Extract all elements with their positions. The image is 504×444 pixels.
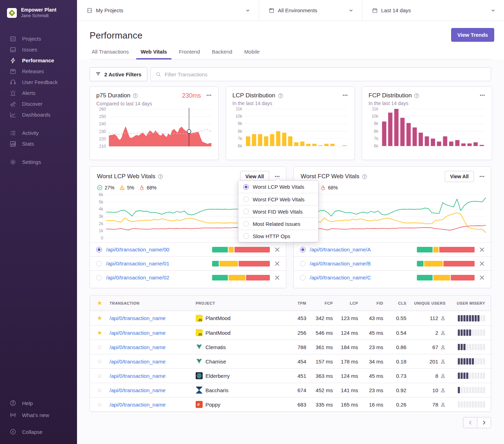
transaction-radio[interactable] — [300, 261, 306, 266]
column-header-user-misery[interactable]: USER MISERY — [446, 301, 485, 305]
dropdown-option-most-related-issues[interactable]: Most Related Issues — [238, 217, 318, 230]
sidebar-item-releases[interactable]: Releases — [0, 66, 77, 77]
next-page-button[interactable] — [477, 417, 491, 428]
help-icon[interactable] — [133, 93, 138, 98]
transaction-radio[interactable] — [300, 247, 306, 252]
sidebar-item-discover[interactable]: Discover — [0, 98, 77, 109]
option-radio[interactable] — [243, 233, 249, 239]
sidebar-item-help[interactable]: Help — [0, 397, 77, 409]
transaction-link[interactable]: /api/0/transaction_name — [110, 387, 196, 393]
sidebar-item-issues[interactable]: Issues — [0, 44, 77, 55]
dropdown-option-slow-http-ops[interactable]: Slow HTTP Ops — [238, 230, 318, 242]
option-radio[interactable] — [243, 221, 249, 227]
view-all-button[interactable]: View All — [445, 171, 474, 182]
sidebar-item-alerts[interactable]: Alerts — [0, 88, 77, 98]
help-icon[interactable] — [414, 93, 419, 98]
star-toggle[interactable]: ☆ — [94, 387, 102, 394]
fcp-distribution-chart: 11k10k9k8k7k6k — [369, 106, 486, 149]
transaction-radio[interactable] — [96, 261, 102, 266]
previous-page-button[interactable] — [463, 417, 477, 428]
column-header-fid[interactable]: FID — [358, 301, 383, 305]
tab-web-vitals[interactable]: Web Vitals — [136, 49, 172, 59]
column-header-cls[interactable]: CLS — [383, 301, 406, 305]
dropdown-option-worst-lcp-web-vitals[interactable]: Worst LCP Web Vitals — [238, 181, 318, 193]
project-cell[interactable]: Baccharis — [196, 387, 283, 394]
close-icon[interactable] — [274, 261, 280, 267]
option-radio[interactable] — [243, 196, 249, 202]
project-cell[interactable]: Chamise — [196, 358, 283, 365]
star-toggle[interactable]: ★ — [94, 315, 102, 321]
sidebar-item-collapse[interactable]: Collapse — [0, 426, 77, 438]
transaction-link[interactable]: /api/0/transaction_name — [110, 315, 196, 321]
selector-last-14-days[interactable]: Last 14 days — [362, 0, 504, 21]
star-toggle[interactable]: ★ — [94, 329, 102, 336]
column-header-fcp[interactable]: FCP — [306, 301, 333, 305]
transaction-radio[interactable] — [300, 275, 306, 280]
transaction-link[interactable]: /api/0/transaction_name — [110, 330, 196, 336]
star-toggle[interactable]: ☆ — [94, 344, 102, 351]
project-cell[interactable]: Clematis — [196, 344, 283, 351]
option-radio[interactable] — [243, 184, 249, 190]
close-icon[interactable] — [479, 261, 485, 267]
tab-backend[interactable]: Backend — [207, 49, 237, 59]
project-cell[interactable]: Elderberry — [196, 372, 283, 379]
view-trends-button[interactable]: View Trends — [451, 28, 494, 42]
help-icon[interactable] — [158, 174, 163, 179]
transaction-link[interactable]: /api/0/transaction_name/01 — [106, 261, 208, 266]
star-toggle[interactable]: ☆ — [94, 401, 102, 408]
transaction-link[interactable]: /api/0/transaction_name — [110, 344, 196, 350]
star-toggle[interactable]: ☆ — [94, 373, 102, 379]
column-header-tpm[interactable]: TPM — [283, 301, 306, 305]
sidebar-item-dashboards[interactable]: Dashboards — [0, 109, 77, 120]
search-input[interactable] — [164, 71, 486, 77]
close-icon[interactable] — [274, 275, 280, 281]
sidebar-item-projects[interactable]: Projects — [0, 33, 77, 44]
project-cell[interactable]: JSPlantMood — [196, 315, 283, 322]
transaction-link[interactable]: /api/0/transaction_name — [110, 373, 196, 379]
column-header-transaction[interactable]: TRANSACTION — [110, 301, 196, 305]
ellipsis-menu-button[interactable] — [342, 92, 348, 98]
sidebar-item-user-feedback[interactable]: User Feedback — [0, 77, 77, 88]
transaction-link[interactable]: /api/0/transaction_name/02 — [106, 275, 208, 280]
selector-all-environments[interactable]: All Environments — [259, 0, 362, 21]
transaction-radio[interactable] — [96, 275, 102, 280]
ellipsis-menu-button[interactable] — [479, 92, 485, 98]
tab-all-transactions[interactable]: All Transactions — [90, 49, 133, 59]
user-misery-bar — [446, 401, 485, 408]
sidebar-item-settings[interactable]: Settings — [0, 157, 77, 167]
transaction-link[interactable]: /api/0/transaction_name/00 — [106, 247, 208, 252]
column-header-lcp[interactable]: LCP — [333, 301, 358, 305]
project-cell[interactable]: JSPlantMood — [196, 329, 283, 336]
close-icon[interactable] — [274, 247, 280, 253]
option-radio[interactable] — [243, 209, 249, 214]
close-icon[interactable] — [479, 247, 485, 253]
transaction-link[interactable]: /api/0/transaction_name — [110, 359, 196, 365]
star-toggle[interactable]: ☆ — [94, 358, 102, 365]
transaction-link[interactable]: /api/0/transaction_name — [110, 402, 196, 408]
search-box[interactable] — [150, 67, 491, 81]
help-icon[interactable] — [362, 174, 367, 179]
column-header-project[interactable]: PROJECT — [196, 301, 283, 305]
dropdown-option-worst-fcp-web-vitals[interactable]: Worst FCP Web Vitals — [238, 193, 318, 205]
active-filters-button[interactable]: 2 Active Filters — [90, 67, 147, 81]
help-icon[interactable] — [278, 93, 283, 98]
close-icon[interactable] — [479, 275, 485, 281]
sidebar-item-performance[interactable]: Performance — [0, 55, 77, 66]
transaction-link[interactable]: /api/0/transaction_name/C — [310, 275, 413, 280]
dropdown-option-worst-fid-web-vitals[interactable]: Worst FID Web Vitals — [238, 205, 318, 217]
sidebar-item-what-s-new[interactable]: What’s new — [0, 409, 77, 421]
sidebar-item-stats[interactable]: Stats — [0, 138, 77, 149]
tab-frontend[interactable]: Frontend — [174, 49, 204, 59]
tab-mobile[interactable]: Mobile — [240, 49, 264, 59]
sidebar-item-activity[interactable]: Activity — [0, 127, 77, 138]
org-header[interactable]: Empower Plant Jane Schmidt — [0, 0, 77, 19]
transaction-radio[interactable] — [96, 247, 102, 252]
column-header-unique-users[interactable]: UNIQUE USERS — [406, 301, 446, 305]
svg-text:8k: 8k — [374, 129, 379, 134]
ellipsis-menu-button[interactable] — [479, 173, 485, 180]
transaction-link[interactable]: /api/0/transaction_name/A — [310, 247, 413, 252]
selector-my-projects[interactable]: My Projects — [77, 0, 259, 21]
transaction-link[interactable]: /api/0/transaction_name/B — [310, 261, 413, 266]
ellipsis-menu-button[interactable] — [206, 92, 212, 98]
project-cell[interactable]: ePoppy — [196, 401, 283, 408]
